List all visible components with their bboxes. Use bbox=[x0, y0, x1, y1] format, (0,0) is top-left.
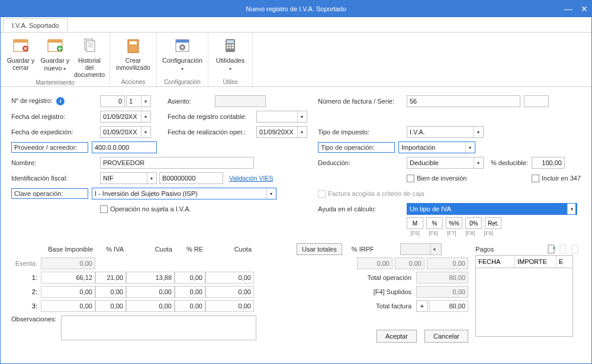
numfact-input[interactable] bbox=[407, 95, 520, 107]
utilities-button[interactable]: Utilidades▾ bbox=[212, 35, 249, 72]
total-fact-val[interactable]: 80,00 bbox=[429, 300, 468, 312]
fecha-expedicion-input[interactable]: 01/09/20XX▾ bbox=[100, 126, 151, 138]
idfiscal-num-input[interactable] bbox=[159, 172, 223, 184]
col-cuota: Cuota bbox=[126, 243, 175, 255]
col-pctiva: % IVA bbox=[95, 243, 126, 255]
save-new-button[interactable]: Guardar y nuevo ▾ bbox=[38, 35, 72, 72]
tipo-operacion-select[interactable]: Importación▾ bbox=[398, 141, 475, 153]
row3-label: 3: bbox=[11, 300, 41, 312]
calculator-icon bbox=[221, 36, 240, 55]
chevron-down-icon: ▾ bbox=[465, 142, 474, 153]
cancelar-button[interactable]: Cancelar bbox=[424, 330, 468, 343]
info-icon[interactable]: i bbox=[56, 97, 65, 105]
quick-ret-button[interactable]: Ret. bbox=[485, 217, 501, 229]
proveedor-input[interactable] bbox=[92, 141, 157, 153]
svg-rect-22 bbox=[227, 47, 229, 49]
form-content: Nº de registro:i 1▾ Asiento: Fecha del r… bbox=[1, 87, 591, 363]
r3-cuota2[interactable]: 0,00 bbox=[205, 300, 254, 312]
fecha-real-oper-input[interactable]: 01/09/20XX▾ bbox=[256, 126, 307, 138]
serie-input[interactable] bbox=[524, 95, 549, 107]
observaciones-input[interactable] bbox=[61, 315, 256, 340]
ayuda-select[interactable]: Un tipo de IVA▾ bbox=[407, 203, 577, 215]
svg-rect-25 bbox=[548, 245, 554, 253]
vies-link[interactable]: Validación VIES bbox=[229, 175, 274, 182]
col-cuota2: Cuota bbox=[205, 243, 254, 255]
chevron-down-icon: ▾ bbox=[229, 66, 231, 72]
fecha-reg-contable-input[interactable]: ▾ bbox=[256, 111, 307, 123]
close-button[interactable]: ✕ bbox=[581, 4, 588, 14]
nombre-input[interactable] bbox=[100, 157, 254, 169]
clave-operacion-select[interactable]: I - Inversión del Sujeto Pasivo (ISP)▾ bbox=[92, 188, 276, 199]
svg-rect-26 bbox=[560, 245, 566, 253]
aceptar-button[interactable]: Aceptar bbox=[377, 330, 417, 343]
bien-inversion-label: Bien de inversión bbox=[417, 175, 466, 182]
r2-base[interactable]: 0,00 bbox=[41, 286, 95, 298]
plus-button[interactable]: + bbox=[416, 300, 428, 312]
idfiscal-type-select[interactable]: NIF▾ bbox=[100, 172, 157, 184]
row2-label: 2: bbox=[11, 286, 41, 298]
r3-base[interactable]: 0,00 bbox=[41, 300, 95, 312]
asiento-input bbox=[215, 95, 266, 107]
r2-cuota2[interactable]: 0,00 bbox=[205, 286, 254, 298]
suplidos-val: 0,00 bbox=[416, 286, 468, 298]
r3-pctre[interactable]: 0,00 bbox=[175, 300, 205, 312]
page-icon[interactable] bbox=[559, 244, 568, 254]
nregistro-b-select[interactable]: 1▾ bbox=[126, 95, 151, 107]
pct-deducible-input[interactable] bbox=[532, 157, 565, 169]
nregistro-a-input[interactable] bbox=[100, 95, 125, 107]
ribbon-group-utiles: Utilidades▾ Útiles bbox=[208, 33, 253, 86]
pagos-table[interactable]: FECHA IMPORTE E bbox=[475, 255, 573, 337]
idfiscal-label: Identificación fiscal: bbox=[11, 175, 100, 182]
r3-cuota[interactable]: 0,00 bbox=[126, 300, 175, 312]
pagos-col-importe: IMPORTE bbox=[515, 256, 556, 268]
add-page-icon[interactable] bbox=[547, 244, 556, 254]
pagos-col-fecha: FECHA bbox=[476, 256, 515, 268]
incluir347-checkbox[interactable] bbox=[532, 175, 539, 182]
save-close-button[interactable]: Guardar y cerrar bbox=[4, 35, 37, 71]
totals-grid: Base Imponible % IVA Cuota % RE Cuota Ex… bbox=[11, 243, 581, 343]
quick-m-button[interactable]: M bbox=[407, 217, 423, 229]
r1-pctiva[interactable]: 21,00 bbox=[95, 272, 126, 284]
exenta-cell: 0,00 bbox=[41, 257, 95, 269]
col-pctirpf: % IRPF bbox=[346, 243, 377, 255]
create-asset-button[interactable]: Crear inmovilizado bbox=[114, 35, 153, 71]
irpf-select[interactable]: ▾ bbox=[400, 243, 442, 255]
pct-deducible-label: % deducible: bbox=[491, 159, 528, 166]
chevron-down-icon: ▾ bbox=[141, 96, 149, 107]
total-oper-val: 80,00 bbox=[416, 272, 468, 284]
bien-inversion-checkbox[interactable] bbox=[407, 175, 414, 182]
r1-cuota[interactable]: 13,88 bbox=[126, 272, 175, 284]
r1-pctre[interactable]: 0,00 bbox=[175, 272, 205, 284]
page-icon-2[interactable] bbox=[571, 244, 580, 254]
tab-iva-soportado[interactable]: I.V.A. Soportado bbox=[3, 18, 68, 32]
r2-cuota[interactable]: 0,00 bbox=[126, 286, 175, 298]
ribbon: Guardar y cerrar Guardar y nuevo ▾ Histo… bbox=[1, 33, 591, 87]
r1-base[interactable]: 66,12 bbox=[41, 272, 95, 284]
irpf-c: 0,00 bbox=[427, 257, 468, 269]
svg-rect-19 bbox=[227, 44, 229, 46]
deduccion-select[interactable]: Deducible▾ bbox=[407, 157, 484, 169]
irpf-a: 0,00 bbox=[357, 257, 392, 269]
exenta-label: Exenta: bbox=[11, 257, 41, 269]
r3-pctiva[interactable]: 0,00 bbox=[95, 300, 126, 312]
config-button[interactable]: Configuración▾ bbox=[160, 35, 204, 72]
usar-totales-button[interactable]: Usar totales bbox=[297, 243, 342, 255]
pagos-label: Pagos bbox=[475, 246, 494, 253]
fecha-reg-contable-label: Fecha de registro contable: bbox=[168, 113, 256, 120]
quick-0pct-button[interactable]: 0% bbox=[465, 217, 482, 229]
proveedor-label: Proveedor / acreedor: bbox=[11, 142, 88, 153]
history-button[interactable]: Historial del documento bbox=[73, 35, 106, 78]
no-sujeta-checkbox[interactable] bbox=[100, 205, 108, 213]
app-window: Nuevo registro de I.V.A. Soportado — ✕ I… bbox=[0, 0, 592, 364]
r1-cuota2[interactable]: 0,00 bbox=[205, 272, 254, 284]
r2-pctre[interactable]: 0,00 bbox=[175, 286, 205, 298]
r2-pctiva[interactable]: 0,00 bbox=[95, 286, 126, 298]
minimize-button[interactable]: — bbox=[564, 4, 572, 14]
fecha-registro-input[interactable]: 01/09/20XX▾ bbox=[100, 111, 151, 123]
svg-rect-23 bbox=[230, 47, 231, 49]
quick-pct-button[interactable]: % bbox=[426, 217, 443, 229]
hint-f5: [F5] bbox=[407, 230, 423, 236]
tipo-impuesto-select[interactable]: I.V.A.▾ bbox=[407, 126, 484, 138]
factura-caja-label: Factura acogida a criterio de caja bbox=[328, 190, 424, 197]
quick-pctpct-button[interactable]: %% bbox=[446, 217, 462, 229]
